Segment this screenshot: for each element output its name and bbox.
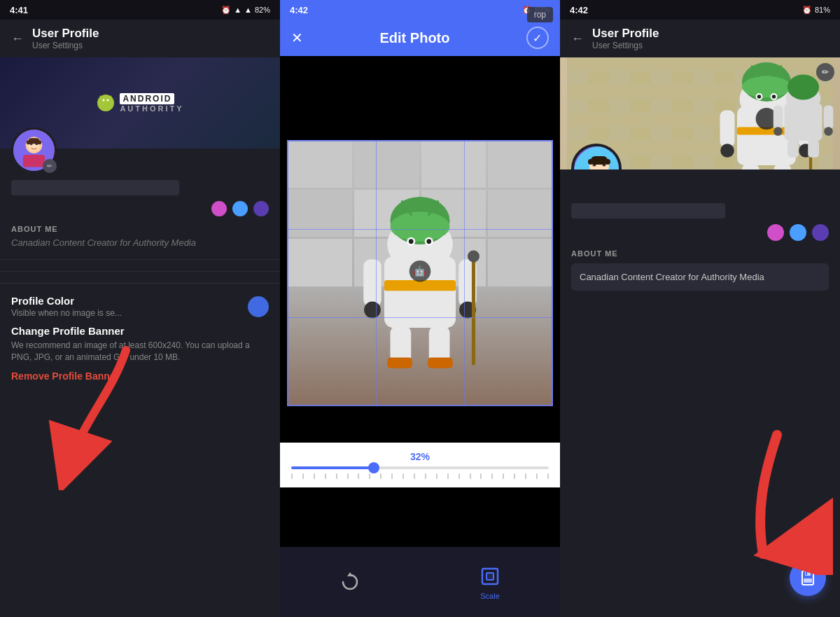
panel-edit-photo: 4:42 ⏰ 82% ✕ Edit Photo ✓ rop bbox=[280, 0, 560, 617]
tick bbox=[358, 473, 359, 479]
edit-header: ✕ Edit Photo ✓ bbox=[280, 20, 560, 56]
status-icons-3: ⏰ 81% bbox=[802, 6, 830, 15]
color-circle[interactable] bbox=[248, 296, 269, 317]
bottom-toolbar: Scale bbox=[280, 547, 560, 617]
profile-color-sub: Visible when no image is se... bbox=[11, 308, 122, 318]
scale-svg-icon bbox=[480, 567, 500, 586]
tick bbox=[325, 473, 326, 479]
svg-point-85 bbox=[605, 159, 610, 165]
save-fab-button[interactable] bbox=[790, 560, 826, 596]
svg-rect-8 bbox=[23, 154, 45, 167]
remove-banner-button[interactable]: Remove Profile Banner bbox=[11, 370, 269, 382]
social-icon-p2[interactable] bbox=[790, 224, 806, 241]
profile-color-row: Profile Color Visible when no image is s… bbox=[11, 295, 269, 318]
status-icons-1: ⏰ ▲ ▲ 82% bbox=[221, 6, 270, 15]
svg-point-54 bbox=[772, 95, 776, 99]
battery-3: 81% bbox=[815, 6, 830, 14]
wifi-icon: ▲ bbox=[244, 6, 252, 14]
avatar-edit-button-1[interactable]: ✏ bbox=[43, 159, 57, 173]
save-icon bbox=[799, 569, 816, 586]
scale-tool-button[interactable]: Scale bbox=[477, 564, 503, 600]
svg-rect-31 bbox=[391, 326, 412, 362]
alarm-icon: ⏰ bbox=[221, 6, 231, 15]
divider-1 bbox=[0, 259, 280, 260]
crop-button[interactable]: rop bbox=[527, 7, 553, 22]
tick bbox=[491, 473, 493, 479]
android-label: ANDROID bbox=[120, 93, 174, 104]
tick bbox=[402, 473, 404, 479]
svg-point-50 bbox=[742, 76, 791, 98]
social-icon-p1[interactable] bbox=[767, 224, 784, 241]
tick bbox=[480, 473, 482, 479]
confirm-button[interactable]: ✓ bbox=[526, 27, 549, 49]
banner-logo: ANDROID AUTHORITY bbox=[96, 93, 183, 113]
time-3: 4:42 bbox=[570, 5, 588, 15]
svg-point-14 bbox=[37, 140, 41, 144]
banner-edit-button[interactable]: ✏ bbox=[816, 63, 834, 81]
social-icon-p3[interactable] bbox=[812, 224, 829, 241]
social-icon-2[interactable] bbox=[232, 201, 248, 216]
slider-percent: 32% bbox=[410, 451, 430, 462]
social-icons-row-3 bbox=[571, 224, 829, 241]
social-icon-3[interactable] bbox=[253, 201, 269, 216]
back-button-3[interactable]: ← bbox=[571, 32, 584, 46]
android-robot-icon bbox=[96, 93, 115, 113]
svg-rect-62 bbox=[742, 165, 760, 169]
edit-photo-title: Edit Photo bbox=[380, 30, 450, 46]
divider-2 bbox=[0, 271, 280, 272]
tick bbox=[302, 473, 304, 479]
tick bbox=[347, 473, 349, 479]
svg-rect-34 bbox=[428, 358, 453, 368]
svg-rect-77 bbox=[808, 140, 819, 158]
slider-track[interactable] bbox=[291, 466, 549, 469]
rotate-svg-icon bbox=[340, 572, 360, 592]
tick bbox=[447, 473, 449, 479]
tick bbox=[503, 473, 504, 479]
svg-rect-1 bbox=[102, 102, 110, 108]
tick bbox=[414, 473, 415, 479]
svg-text:🤖: 🤖 bbox=[414, 265, 426, 277]
svg-rect-83 bbox=[591, 156, 608, 165]
status-bar-2: 4:42 ⏰ 82% bbox=[280, 0, 560, 20]
tick bbox=[470, 473, 471, 479]
scale-label: Scale bbox=[480, 592, 500, 600]
about-me-text-3: Canadian Content Creator for Authority M… bbox=[580, 272, 764, 282]
svg-point-53 bbox=[757, 95, 762, 99]
alarm-icon-3: ⏰ bbox=[802, 6, 812, 15]
svg-point-36 bbox=[468, 251, 479, 263]
svg-point-23 bbox=[426, 239, 431, 244]
status-bar-3: 4:42 ⏰ 81% bbox=[560, 0, 840, 20]
username-bar-1 bbox=[11, 180, 179, 195]
about-me-box-3: Canadian Content Creator for Authority M… bbox=[571, 263, 829, 291]
avatar-area-3: ✏ bbox=[571, 144, 622, 169]
avatar-area-1: ✏ bbox=[11, 127, 57, 173]
social-icon-1[interactable] bbox=[211, 201, 227, 216]
image-crop-area[interactable]: 🤖 bbox=[287, 140, 553, 406]
tick bbox=[425, 473, 426, 479]
nav-subtitle-3: User Settings bbox=[592, 41, 659, 50]
rotate-icon bbox=[337, 569, 363, 595]
change-banner-label: Change Profile Banner bbox=[11, 325, 269, 337]
top-nav-1: ← User Profile User Settings bbox=[0, 20, 280, 57]
rotate-tool-button[interactable] bbox=[337, 569, 363, 595]
svg-rect-58 bbox=[720, 111, 735, 147]
tick bbox=[291, 473, 293, 479]
nav-title-3: User Profile bbox=[592, 27, 659, 41]
slider-thumb[interactable] bbox=[368, 462, 379, 473]
time-1: 4:41 bbox=[10, 5, 28, 15]
back-button-1[interactable]: ← bbox=[11, 32, 24, 46]
svg-rect-63 bbox=[774, 165, 792, 169]
android-figure-svg: 🤖 bbox=[307, 161, 533, 387]
about-me-label-3: ABOUT ME bbox=[571, 249, 829, 258]
status-bar-1: 4:41 ⏰ ▲ ▲ 82% bbox=[0, 0, 280, 20]
svg-rect-41 bbox=[486, 573, 493, 580]
about-me-label-1: ABOUT ME bbox=[11, 225, 269, 233]
avatar-circle-3[interactable] bbox=[571, 144, 622, 169]
banner-3: ✏ ✏ bbox=[560, 57, 840, 169]
svg-point-29 bbox=[364, 302, 381, 319]
tick bbox=[336, 473, 337, 479]
close-button[interactable]: ✕ bbox=[291, 29, 303, 46]
svg-point-3 bbox=[107, 99, 109, 102]
black-top-area: rop bbox=[280, 56, 560, 98]
social-icons-row-1 bbox=[11, 201, 269, 216]
